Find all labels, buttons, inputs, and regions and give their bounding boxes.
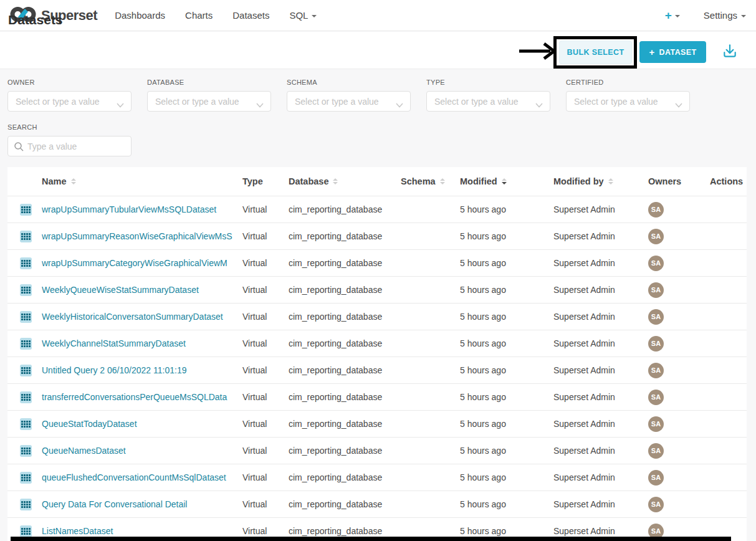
type-select[interactable] xyxy=(426,91,550,112)
dataset-name-link[interactable]: transferredConversationsPerQueueMsSQLDat… xyxy=(42,392,242,402)
modified-cell: 5 hours ago xyxy=(460,285,553,295)
filter-certified: CERTIFIED xyxy=(566,79,690,112)
certified-select[interactable] xyxy=(566,91,690,112)
owner-avatar[interactable]: SA xyxy=(648,256,664,271)
nav-item-sql[interactable]: SQL xyxy=(289,10,317,21)
owner-avatar[interactable]: SA xyxy=(648,416,664,432)
dataset-icon-cell xyxy=(7,338,42,350)
database-cell: cim_reporting_database xyxy=(289,526,401,536)
dataset-name-link[interactable]: WeeklyChannelStatSummaryDataset xyxy=(42,338,242,348)
table-row: queueFlushedConversationCountMsSqlDatase… xyxy=(7,464,747,491)
search-input[interactable] xyxy=(8,136,131,156)
modified-cell: 5 hours ago xyxy=(460,204,553,214)
table-body: wrapUpSummaryTubularViewMsSQLDataset Vir… xyxy=(7,196,747,541)
dataset-name-link[interactable]: WeeklyHistoricalConversatonSummaryDatase… xyxy=(42,312,242,322)
owner-avatar[interactable]: SA xyxy=(648,282,664,298)
name-cell: QueueStatTodayDataset xyxy=(42,419,242,429)
dataset-name-link[interactable]: ListNamesDataset xyxy=(42,526,242,536)
owner-avatar[interactable]: SA xyxy=(648,443,664,459)
column-header-modified-by[interactable]: Modified by xyxy=(553,176,648,186)
type-cell: Virtual xyxy=(242,285,289,295)
dataset-name-link[interactable]: QueueNamesDataset xyxy=(42,446,242,456)
dataset-icon-cell xyxy=(7,204,42,216)
top-navbar: Superset Dashboards Charts Datasets SQL … xyxy=(0,0,756,31)
settings-menu[interactable]: Settings xyxy=(704,10,746,21)
dataset-name-link[interactable]: wrapUpSummaryCategoryWiseGraphicalViewM xyxy=(42,258,242,268)
owners-cell: SA xyxy=(648,309,710,325)
column-header-schema[interactable]: Schema xyxy=(401,176,460,186)
filter-database: DATABASE xyxy=(147,79,271,112)
nav-item-charts[interactable]: Charts xyxy=(185,10,213,21)
type-select-input[interactable] xyxy=(427,92,550,111)
owners-cell: SA xyxy=(648,256,710,271)
modified-cell: 5 hours ago xyxy=(460,365,553,375)
main-nav: Dashboards Charts Datasets SQL xyxy=(115,10,317,21)
name-cell: WeeklyQueueWiseStatSummaryDataset xyxy=(42,285,242,295)
table-row: wrapUpSummaryReasonWiseGraphicalViewMsS … xyxy=(7,223,747,249)
owner-select[interactable] xyxy=(7,91,132,112)
dataset-name-link[interactable]: QueueStatTodayDataset xyxy=(42,419,242,429)
dataset-icon-cell xyxy=(7,284,42,296)
owner-avatar[interactable]: SA xyxy=(648,336,664,352)
owner-avatar[interactable]: SA xyxy=(648,309,664,325)
owner-avatar[interactable]: SA xyxy=(648,390,664,405)
add-dataset-button[interactable]: + DATASET xyxy=(639,41,706,63)
export-download-button[interactable] xyxy=(721,43,739,60)
dataset-name-link[interactable]: WeeklyQueueWiseStatSummaryDataset xyxy=(42,285,242,295)
dataset-icon-cell xyxy=(7,311,42,323)
name-cell: wrapUpSummaryCategoryWiseGraphicalViewM xyxy=(42,258,242,268)
physical-table-grid-icon xyxy=(20,525,32,537)
database-cell: cim_reporting_database xyxy=(289,472,401,482)
filter-label: CERTIFIED xyxy=(566,79,690,86)
table-row: wrapUpSummaryTubularViewMsSQLDataset Vir… xyxy=(7,196,747,223)
search-icon xyxy=(14,141,24,155)
schema-select[interactable] xyxy=(287,91,411,112)
dataset-name-link[interactable]: queueFlushedConversationCountMsSqlDatase… xyxy=(42,472,242,482)
owner-select-input[interactable] xyxy=(8,92,131,111)
name-cell: Untitled Query 2 06/10/2022 11:01:19 xyxy=(42,365,242,375)
dataset-name-link[interactable]: wrapUpSummaryReasonWiseGraphicalViewMsS xyxy=(42,231,242,241)
modified-by-cell: Superset Admin xyxy=(553,312,648,322)
owner-avatar[interactable]: SA xyxy=(648,470,664,486)
modified-cell: 5 hours ago xyxy=(460,312,553,322)
nav-item-datasets[interactable]: Datasets xyxy=(232,10,269,21)
dataset-icon-cell xyxy=(7,499,42,510)
name-cell: WeeklyChannelStatSummaryDataset xyxy=(42,338,242,348)
database-cell: cim_reporting_database xyxy=(289,499,401,509)
database-select-input[interactable] xyxy=(148,92,270,111)
column-header-database[interactable]: Database xyxy=(289,176,401,186)
table-row: wrapUpSummaryCategoryWiseGraphicalViewM … xyxy=(7,249,747,276)
name-cell: QueueNamesDataset xyxy=(42,446,242,456)
dataset-name-link[interactable]: wrapUpSummaryTubularViewMsSQLDataset xyxy=(42,204,242,214)
search-box[interactable] xyxy=(7,136,132,156)
navbar-right: + Settings xyxy=(665,9,746,22)
database-select[interactable] xyxy=(147,91,271,112)
owner-avatar[interactable]: SA xyxy=(648,202,664,218)
new-item-menu[interactable]: + xyxy=(665,9,680,22)
modified-by-cell: Superset Admin xyxy=(553,365,648,375)
nav-item-dashboards[interactable]: Dashboards xyxy=(115,10,165,21)
modified-cell: 5 hours ago xyxy=(460,231,553,241)
type-cell: Virtual xyxy=(242,472,289,482)
bulk-select-button[interactable]: BULK SELECT xyxy=(559,41,632,64)
column-header-modified[interactable]: Modified xyxy=(460,176,553,186)
dataset-name-link[interactable]: Query Data For Conversational Detail xyxy=(42,499,242,509)
database-cell: cim_reporting_database xyxy=(289,365,401,375)
database-cell: cim_reporting_database xyxy=(289,392,401,402)
column-header-name[interactable]: Name xyxy=(42,176,242,186)
dataset-name-link[interactable]: Untitled Query 2 06/10/2022 11:01:19 xyxy=(42,365,242,375)
caret-down-icon xyxy=(675,15,680,17)
schema-select-input[interactable] xyxy=(287,92,410,111)
column-header-owners: Owners xyxy=(648,176,710,186)
database-cell: cim_reporting_database xyxy=(289,312,401,322)
download-icon xyxy=(722,52,738,61)
type-cell: Virtual xyxy=(242,312,289,322)
certified-select-input[interactable] xyxy=(567,92,689,111)
filters-bar: OWNER DATABASE SCHEMA TYPE CERTIFIED xyxy=(0,69,756,167)
filter-owner: OWNER xyxy=(7,79,132,112)
owner-avatar[interactable]: SA xyxy=(648,229,664,244)
owner-avatar[interactable]: SA xyxy=(648,363,664,378)
name-cell: wrapUpSummaryTubularViewMsSQLDataset xyxy=(42,204,242,214)
physical-table-grid-icon xyxy=(20,418,32,430)
owner-avatar[interactable]: SA xyxy=(648,497,664,512)
